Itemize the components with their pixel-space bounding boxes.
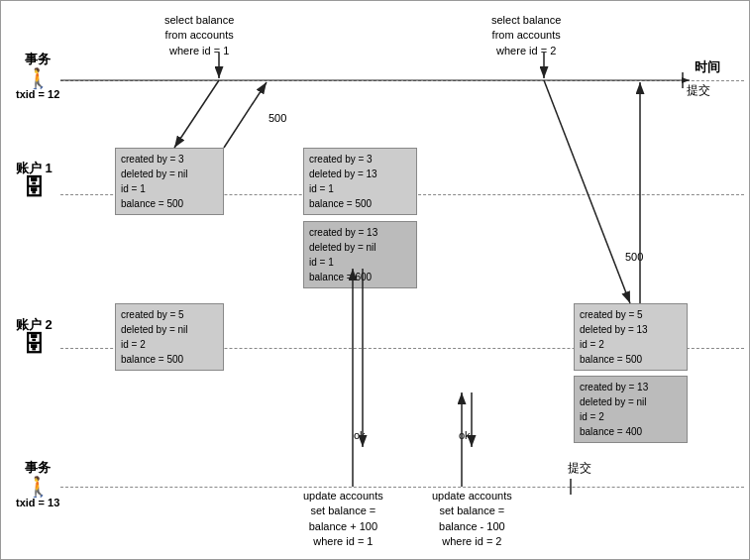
sql1-line3: where id = 1 bbox=[164, 44, 234, 58]
rec1b-l3: id = 1 bbox=[309, 181, 411, 196]
rec2a-l3: id = 2 bbox=[121, 337, 218, 352]
upd1-l3: balance + 100 bbox=[303, 519, 383, 534]
rec1b-l2: deleted by = 13 bbox=[309, 167, 411, 181]
svg-line-3 bbox=[174, 80, 219, 148]
tx13-title: 事务 bbox=[25, 459, 51, 477]
tx13-person: 🚶 bbox=[26, 477, 51, 497]
upd2-l4: where id = 2 bbox=[432, 534, 512, 549]
tx12-person: 🚶 bbox=[26, 68, 51, 88]
timeline-tx13 bbox=[60, 487, 744, 488]
rec1b-l8: balance = 600 bbox=[309, 270, 411, 284]
rec1b-l5: created by = 13 bbox=[309, 225, 411, 240]
rec2b-l5: created by = 13 bbox=[580, 380, 682, 394]
rec2b-l6: deleted by = nil bbox=[580, 394, 682, 409]
tx12-txid: txid = 12 bbox=[16, 88, 59, 100]
tx12-label: 事务 🚶 txid = 12 bbox=[16, 51, 59, 100]
tx12-title: 事务 bbox=[25, 51, 51, 68]
svg-line-10 bbox=[544, 80, 630, 303]
rec2b-l8: balance = 400 bbox=[580, 424, 682, 439]
record-box-1b-bottom: created by = 13 deleted by = nil id = 1 … bbox=[303, 221, 417, 288]
upd1-l1: update accounts bbox=[303, 489, 383, 504]
sql1-line1: select balance bbox=[164, 13, 234, 28]
rec2b-l3: id = 2 bbox=[580, 337, 682, 352]
rec1b-l6: deleted by = nil bbox=[309, 240, 411, 255]
commit-label-2: 提交 bbox=[568, 460, 591, 477]
acct2-icon: 🗄 bbox=[23, 334, 45, 356]
update-box-1: update accounts set balance = balance + … bbox=[303, 489, 383, 550]
sql1-line2: from accounts bbox=[164, 28, 234, 43]
rec1b-l1: created by = 3 bbox=[309, 152, 411, 167]
record-box-2a: created by = 5 deleted by = nil id = 2 b… bbox=[115, 303, 224, 371]
svg-line-4 bbox=[224, 82, 267, 148]
time-label: 时间 bbox=[695, 58, 720, 76]
record-box-1b-top: created by = 3 deleted by = 13 id = 1 ba… bbox=[303, 148, 417, 215]
rec1a-l3: id = 1 bbox=[121, 181, 218, 196]
rec1a-l4: balance = 500 bbox=[121, 196, 218, 211]
rec2b-l2: deleted by = 13 bbox=[580, 322, 682, 337]
rec2b-l4: balance = 500 bbox=[580, 352, 682, 367]
update-box-2: update accounts set balance = balance - … bbox=[432, 489, 512, 550]
rec1b-l7: id = 1 bbox=[309, 255, 411, 270]
record-box-2b-top: created by = 5 deleted by = 13 id = 2 ba… bbox=[574, 303, 688, 371]
sql-box-1: select balance from accounts where id = … bbox=[164, 13, 234, 58]
acct2-label: 账户 2 🗄 bbox=[16, 316, 53, 356]
rec2b-l1: created by = 5 bbox=[580, 307, 682, 322]
commit-label-1: 提交 bbox=[687, 82, 710, 99]
record-box-2b-bottom: created by = 13 deleted by = nil id = 2 … bbox=[574, 376, 688, 443]
sql2-line3: where id = 2 bbox=[491, 44, 561, 58]
rec1b-l4: balance = 500 bbox=[309, 196, 411, 211]
upd2-l3: balance - 100 bbox=[432, 519, 512, 534]
upd1-l4: where id = 1 bbox=[303, 534, 383, 549]
rec2a-l4: balance = 500 bbox=[121, 352, 218, 367]
upd2-l1: update accounts bbox=[432, 489, 512, 504]
ok-label-1: ok bbox=[354, 429, 366, 441]
value-500a: 500 bbox=[268, 112, 286, 124]
upd1-l2: set balance = bbox=[303, 504, 383, 518]
tx13-txid: txid = 13 bbox=[16, 497, 59, 508]
rec2b-l7: id = 2 bbox=[580, 409, 682, 424]
value-500b: 500 bbox=[625, 251, 643, 263]
diagram: 事务 🚶 txid = 12 账户 1 🗄 账户 2 🗄 事务 🚶 txid =… bbox=[0, 0, 750, 560]
rec1a-l2: deleted by = nil bbox=[121, 167, 218, 181]
acct1-label: 账户 1 🗄 bbox=[16, 160, 53, 199]
ok-label-2: ok bbox=[459, 429, 471, 441]
sql-box-2: select balance from accounts where id = … bbox=[491, 13, 561, 58]
sql2-line2: from accounts bbox=[491, 28, 561, 43]
rec2a-l2: deleted by = nil bbox=[121, 322, 218, 337]
upd2-l2: set balance = bbox=[432, 504, 512, 518]
rec2a-l1: created by = 5 bbox=[121, 307, 218, 322]
tx13-label: 事务 🚶 txid = 13 bbox=[16, 459, 59, 508]
sql2-line1: select balance bbox=[491, 13, 561, 28]
rec1a-l1: created by = 3 bbox=[121, 152, 218, 167]
record-box-1a: created by = 3 deleted by = nil id = 1 b… bbox=[115, 148, 224, 215]
timeline-tx12 bbox=[60, 80, 744, 81]
acct1-icon: 🗄 bbox=[23, 177, 45, 199]
